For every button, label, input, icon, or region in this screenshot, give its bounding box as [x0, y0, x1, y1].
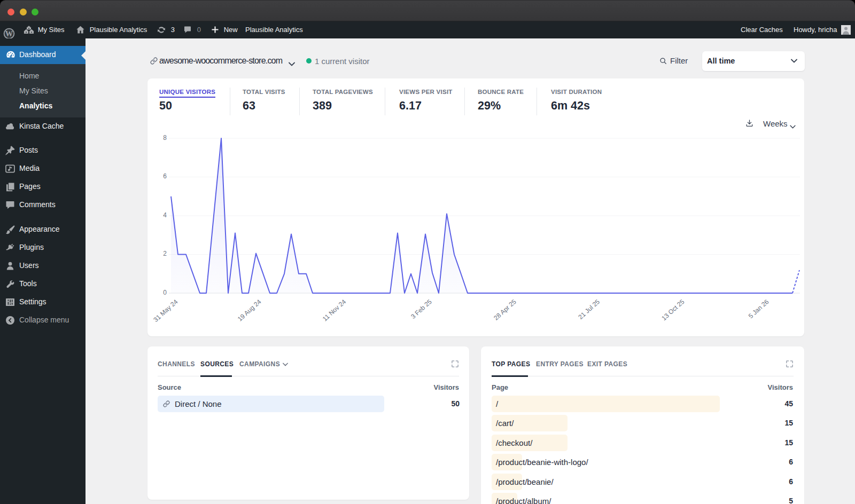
svg-text:W: W [5, 29, 13, 37]
